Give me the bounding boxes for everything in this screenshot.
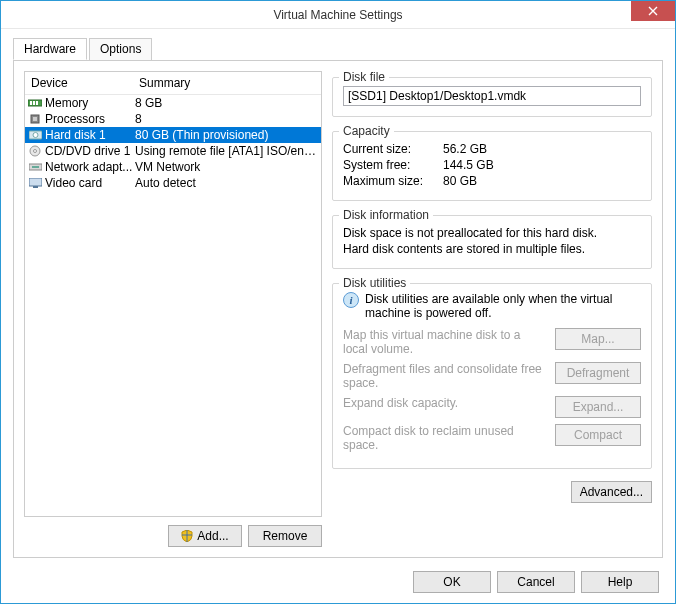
device-list[interactable]: Device Summary Memory 8 GB Processors 8: [24, 71, 322, 517]
cpu-icon: [27, 112, 43, 126]
svg-point-9: [34, 150, 37, 153]
row-cddvd[interactable]: CD/DVD drive 1 Using remote file [ATA1] …: [25, 143, 321, 159]
defragment-button[interactable]: Defragment: [555, 362, 641, 384]
device-list-header: Device Summary: [25, 72, 321, 95]
row-memory[interactable]: Memory 8 GB: [25, 95, 321, 111]
row-hard-disk[interactable]: Hard disk 1 80 GB (Thin provisioned): [25, 127, 321, 143]
svg-rect-2: [33, 101, 35, 105]
disk-info-line1: Disk space is not preallocated for this …: [343, 226, 641, 240]
system-free-label: System free:: [343, 158, 443, 172]
map-button[interactable]: Map...: [555, 328, 641, 350]
ok-button[interactable]: OK: [413, 571, 491, 593]
display-icon: [27, 176, 43, 190]
disk-file-title: Disk file: [339, 71, 389, 84]
utilities-notice: Disk utilities are available only when t…: [365, 292, 641, 320]
expand-text: Expand disk capacity.: [343, 396, 547, 410]
device-summary: Using remote file [ATA1] ISO/en_...: [135, 144, 319, 158]
shield-icon: [181, 530, 193, 542]
dialog-footer: OK Cancel Help: [413, 571, 659, 593]
map-text: Map this virtual machine disk to a local…: [343, 328, 547, 356]
disk-utilities-title: Disk utilities: [339, 276, 410, 290]
svg-rect-3: [36, 101, 38, 105]
tab-hardware[interactable]: Hardware: [13, 38, 87, 60]
add-button-label: Add...: [197, 529, 228, 543]
disk-file-group: Disk file: [332, 77, 652, 117]
device-label: Memory: [45, 96, 135, 110]
add-button[interactable]: Add...: [168, 525, 242, 547]
svg-rect-12: [29, 178, 42, 186]
compact-button[interactable]: Compact: [555, 424, 641, 446]
device-summary: Auto detect: [135, 176, 319, 190]
compact-text: Compact disk to reclaim unused space.: [343, 424, 547, 452]
remove-button[interactable]: Remove: [248, 525, 322, 547]
device-label: Hard disk 1: [45, 128, 135, 142]
row-video[interactable]: Video card Auto detect: [25, 175, 321, 191]
window-title: Virtual Machine Settings: [273, 8, 402, 22]
svg-point-7: [33, 133, 38, 138]
header-device[interactable]: Device: [25, 72, 133, 94]
info-icon: i: [343, 292, 359, 308]
current-size-value: 56.2 GB: [443, 142, 487, 156]
defragment-text: Defragment files and consolidate free sp…: [343, 362, 547, 390]
svg-rect-1: [30, 101, 32, 105]
svg-rect-11: [32, 166, 39, 168]
tab-bar: Hardware Options: [13, 38, 663, 61]
device-label: Processors: [45, 112, 135, 126]
row-processors[interactable]: Processors 8: [25, 111, 321, 127]
advanced-button[interactable]: Advanced...: [571, 481, 652, 503]
svg-rect-5: [33, 117, 37, 121]
close-button[interactable]: [631, 1, 675, 21]
titlebar: Virtual Machine Settings: [1, 1, 675, 29]
help-button[interactable]: Help: [581, 571, 659, 593]
max-size-label: Maximum size:: [343, 174, 443, 188]
disk-info-group: Disk information Disk space is not preal…: [332, 215, 652, 269]
close-icon: [648, 6, 658, 16]
disk-info-title: Disk information: [339, 208, 433, 222]
cd-icon: [27, 144, 43, 158]
capacity-title: Capacity: [339, 124, 394, 138]
header-summary[interactable]: Summary: [133, 72, 321, 94]
device-summary: 8 GB: [135, 96, 319, 110]
svg-rect-13: [33, 186, 38, 188]
device-summary: 8: [135, 112, 319, 126]
memory-icon: [27, 96, 43, 110]
current-size-label: Current size:: [343, 142, 443, 156]
tab-options[interactable]: Options: [89, 38, 152, 60]
capacity-group: Capacity Current size:56.2 GB System fre…: [332, 131, 652, 201]
max-size-value: 80 GB: [443, 174, 477, 188]
hardware-panel: Device Summary Memory 8 GB Processors 8: [13, 60, 663, 558]
disk-utilities-group: Disk utilities i Disk utilities are avai…: [332, 283, 652, 469]
device-label: Network adapt...: [45, 160, 135, 174]
disk-info-line2: Hard disk contents are stored in multipl…: [343, 242, 641, 256]
device-summary: VM Network: [135, 160, 319, 174]
system-free-value: 144.5 GB: [443, 158, 494, 172]
device-summary: 80 GB (Thin provisioned): [135, 128, 319, 142]
cancel-button[interactable]: Cancel: [497, 571, 575, 593]
expand-button[interactable]: Expand...: [555, 396, 641, 418]
disk-icon: [27, 128, 43, 142]
device-label: CD/DVD drive 1: [45, 144, 135, 158]
disk-file-input[interactable]: [343, 86, 641, 106]
row-network[interactable]: Network adapt... VM Network: [25, 159, 321, 175]
device-label: Video card: [45, 176, 135, 190]
network-icon: [27, 160, 43, 174]
